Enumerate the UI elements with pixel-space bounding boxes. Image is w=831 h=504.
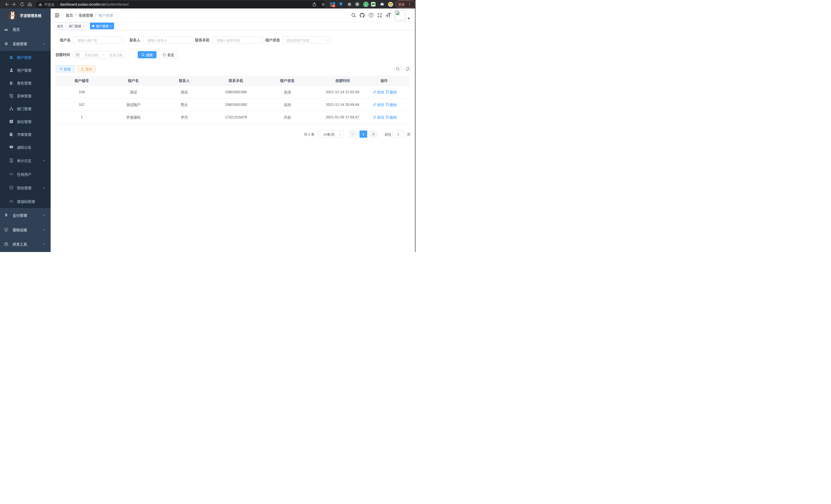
svg-text:y: y [365,3,367,6]
svg-text:10: 10 [332,5,335,7]
